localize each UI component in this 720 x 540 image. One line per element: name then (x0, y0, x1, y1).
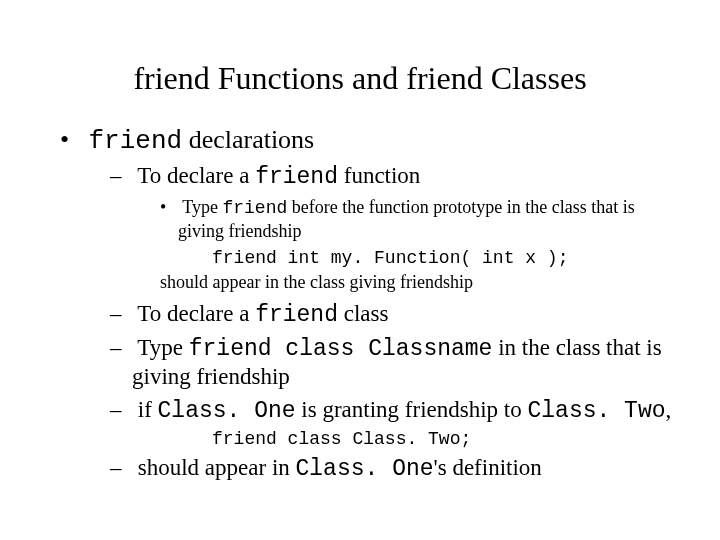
txt: function (338, 163, 420, 188)
b2-should-appear: should appear in Class. One's definition (110, 454, 680, 484)
txt: class (338, 301, 388, 326)
kw: friend class Classname (189, 336, 493, 362)
bullet-level-1: friend declarations To declare a friend … (60, 125, 680, 484)
txt: if (138, 397, 158, 422)
txt: To declare a (137, 301, 255, 326)
bullet-level-3: Type friend before the function prototyp… (160, 196, 680, 243)
kw: Class. Two (527, 398, 665, 424)
b1-text: declarations (182, 125, 314, 154)
kw: friend (255, 302, 338, 328)
txt: To declare a (137, 163, 255, 188)
txt: 's definition (434, 455, 542, 480)
b1-item: friend declarations To declare a friend … (60, 125, 680, 484)
code-friend-function: friend int my. Function( int x ); (212, 247, 680, 270)
after-code-1: should appear in the class giving friend… (160, 271, 680, 294)
kw: friend (255, 164, 338, 190)
slide-title: friend Functions and friend Classes (40, 60, 680, 97)
txt: , (666, 397, 672, 422)
b2-if-classone: if Class. One is granting friendship to … (110, 396, 680, 450)
txt: is granting friendship to (296, 397, 528, 422)
slide: friend Functions and friend Classes frie… (0, 0, 720, 540)
kw: friend (222, 198, 287, 218)
code-friend-class: friend class Class. Two; (212, 428, 680, 451)
kw-friend: friend (89, 126, 183, 156)
txt: Type (137, 335, 188, 360)
kw: Class. One (158, 398, 296, 424)
b3-type-friend: Type friend before the function prototyp… (160, 196, 680, 243)
txt: Type (182, 197, 222, 217)
b2-declare-function: To declare a friend function Type friend… (110, 162, 680, 294)
b2-declare-class: To declare a friend class (110, 300, 680, 330)
b2-type-friend-class: Type friend class Classname in the class… (110, 334, 680, 393)
txt: should appear in (138, 455, 296, 480)
kw: Class. One (296, 456, 434, 482)
bullet-level-2: To declare a friend function Type friend… (110, 162, 680, 484)
